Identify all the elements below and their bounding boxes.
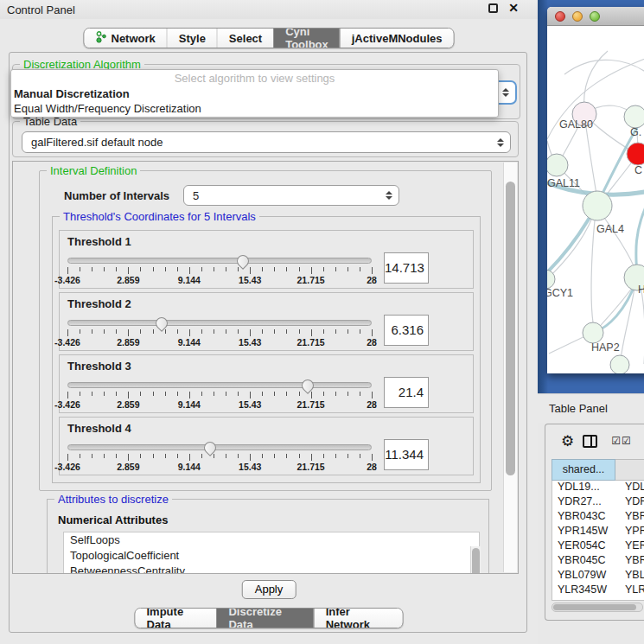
tab-network[interactable]: Network <box>84 29 166 48</box>
cell-shared-name[interactable]: YPR145W <box>552 525 616 539</box>
close-traffic-light-icon[interactable] <box>555 11 565 22</box>
table-row[interactable]: YBR045CYBR0 <box>552 554 644 569</box>
table-row[interactable]: YIL052CYIL0 <box>552 598 644 601</box>
cell-name[interactable]: YER0 <box>616 539 644 554</box>
control-panel-titlebar: Control Panel ✕ <box>0 0 538 19</box>
cell-shared-name[interactable]: YBR045C <box>552 554 616 569</box>
table-row[interactable]: YBR043CYBR0 <box>552 510 644 525</box>
cell-shared-name[interactable]: YBR043C <box>552 510 616 525</box>
column-header-name[interactable]: n <box>615 459 644 481</box>
threshold-box: Threshold 2 -3.4262.8599.14415.4321.7152… <box>59 292 474 351</box>
attribute-item-topologicalcoefficient[interactable]: TopologicalCoefficient <box>64 548 479 564</box>
threshold-box: Threshold 3 -3.4262.8599.14415.4321.7152… <box>59 354 474 413</box>
network-node[interactable] <box>547 154 568 176</box>
zoom-traffic-light-icon[interactable] <box>590 11 600 22</box>
cell-name[interactable]: YDL1 <box>616 481 644 495</box>
cell-name[interactable]: YIL0 <box>616 598 644 601</box>
bottom-tabbar: Impute DataDiscretize DataInfer Network <box>135 608 404 628</box>
threshold-slider[interactable]: -3.4262.8599.14415.4321.71528 <box>67 377 372 411</box>
attribute-item-selfloops[interactable]: SelfLoops <box>64 532 479 548</box>
thresholds-group: Threshold's Coordinates for 5 Intervals … <box>52 216 481 483</box>
cell-shared-name[interactable]: YLR345W <box>552 583 616 598</box>
settings-vertical-scrollbar[interactable] <box>503 163 517 572</box>
dropdown-option-equal-width-frequency[interactable]: Equal Width/Frequency Discretization <box>11 101 498 116</box>
tab-style[interactable]: Style <box>167 29 217 48</box>
apply-button[interactable]: Apply <box>242 580 296 599</box>
table-row[interactable]: YER054CYER0 <box>552 539 644 554</box>
threshold-slider[interactable]: -3.4262.8599.14415.4321.71528 <box>67 315 372 348</box>
tab-label: Impute Data <box>147 608 206 628</box>
cell-name[interactable]: YLR3 <box>616 583 644 598</box>
tab-infer-network[interactable]: Infer Network <box>314 609 403 628</box>
threshold-label: Threshold 1 <box>67 235 466 248</box>
tab-jactivemnodules[interactable]: jActiveMNodules <box>340 29 454 48</box>
number-of-intervals-value: 5 <box>193 189 199 202</box>
table-row[interactable]: YBL079WYBL0 <box>552 569 644 583</box>
number-of-intervals-spinner[interactable]: 5 <box>183 185 399 206</box>
attribute-item-betweennesscentrality[interactable]: BetweennessCentrality <box>64 564 479 574</box>
gear-icon[interactable]: ⚙ <box>561 434 574 449</box>
cell-name[interactable]: YDR2 <box>616 495 644 510</box>
table-row[interactable]: YDR27...YDR2 <box>552 495 644 510</box>
threshold-slider[interactable]: -3.4262.8599.14415.4321.71528 <box>67 439 372 473</box>
network-node-label: GAL4 <box>596 223 624 235</box>
numerical-attributes-list[interactable]: SelfLoopsTopologicalCoefficientBetweenne… <box>63 532 480 574</box>
attributes-list-scrollbar[interactable] <box>470 546 481 574</box>
table-data-selected-value: galFiltered.sif default node <box>31 136 163 149</box>
spinner-arrows-icon <box>386 191 392 200</box>
combo-arrows-icon <box>497 138 504 147</box>
cell-shared-name[interactable]: YBL079W <box>552 569 616 583</box>
threshold-value-field[interactable]: 21.4 <box>384 377 429 408</box>
slider-track[interactable] <box>67 382 372 388</box>
table-horizontal-scrollbar[interactable] <box>552 603 643 612</box>
table-row[interactable]: YLR345WYLR3 <box>552 583 644 598</box>
minimize-traffic-light-icon[interactable] <box>572 11 583 22</box>
column-header-shared-name[interactable]: shared... <box>552 459 615 481</box>
tab-discretize-data[interactable]: Discretize Data <box>216 609 313 628</box>
split-columns-icon[interactable] <box>583 435 597 448</box>
slider-track[interactable] <box>67 320 372 326</box>
slider-track[interactable] <box>67 258 372 264</box>
checkbox-icons[interactable]: ☑☑ <box>611 435 632 447</box>
numerical-attributes-label: Numerical Attributes <box>58 513 481 526</box>
cell-shared-name[interactable]: YER054C <box>552 539 616 554</box>
threshold-slider[interactable]: -3.4262.8599.14415.4321.71528 <box>67 252 372 286</box>
cell-name[interactable]: YPR1 <box>616 525 644 539</box>
close-icon[interactable]: ✕ <box>508 3 519 13</box>
network-canvas[interactable]: GAL80G.CGAL11GAL4GCY1HHAP2 <box>547 27 644 373</box>
table-panel-toolbar: ⚙ ☑☑ <box>545 424 644 457</box>
tab-label: Select <box>229 32 262 45</box>
threshold-label: Threshold 4 <box>67 422 466 435</box>
threshold-value-field[interactable]: 6.316 <box>384 315 429 346</box>
tab-cyni-toolbox[interactable]: Cyni Toolbox <box>273 29 340 48</box>
table-row[interactable]: YPR145WYPR1 <box>552 525 644 539</box>
tab-label: Network <box>111 32 155 45</box>
threshold-value-field[interactable]: 14.713 <box>384 252 429 284</box>
network-node[interactable] <box>583 191 612 220</box>
slider-tick-labels: -3.4262.8599.14415.4321.71528 <box>67 275 372 286</box>
table-header-row: shared... n <box>552 459 644 481</box>
slider-track[interactable] <box>67 444 372 450</box>
tab-impute-data[interactable]: Impute Data <box>136 609 217 628</box>
cell-name[interactable]: YBR0 <box>616 554 644 569</box>
network-node[interactable] <box>627 143 644 165</box>
network-node[interactable] <box>583 322 603 343</box>
threshold-value-field[interactable]: 11.344 <box>384 439 429 470</box>
float-window-icon[interactable] <box>488 3 498 13</box>
network-node-label: HAP2 <box>591 341 620 354</box>
dropdown-option-manual-discretization[interactable]: Manual Discretization <box>11 86 498 101</box>
cell-shared-name[interactable]: YIL052C <box>552 598 616 601</box>
tab-select[interactable]: Select <box>217 29 273 48</box>
network-node[interactable] <box>624 105 644 128</box>
table-row[interactable]: YDL19...YDL1 <box>552 481 644 495</box>
cell-name[interactable]: YBL0 <box>616 569 644 583</box>
window-title: Control Panel <box>7 3 75 16</box>
tab-label: Cyni Toolbox <box>285 28 328 48</box>
cell-shared-name[interactable]: YDL19... <box>552 481 616 495</box>
cell-shared-name[interactable]: YDR27... <box>552 495 616 510</box>
tab-label: Infer Network <box>326 608 392 628</box>
cell-name[interactable]: YBR0 <box>616 510 644 525</box>
network-node[interactable] <box>610 355 629 373</box>
dropdown-hint: Select algorithm to view settings <box>11 71 498 86</box>
table-data-combobox[interactable]: galFiltered.sif default node <box>22 131 511 153</box>
